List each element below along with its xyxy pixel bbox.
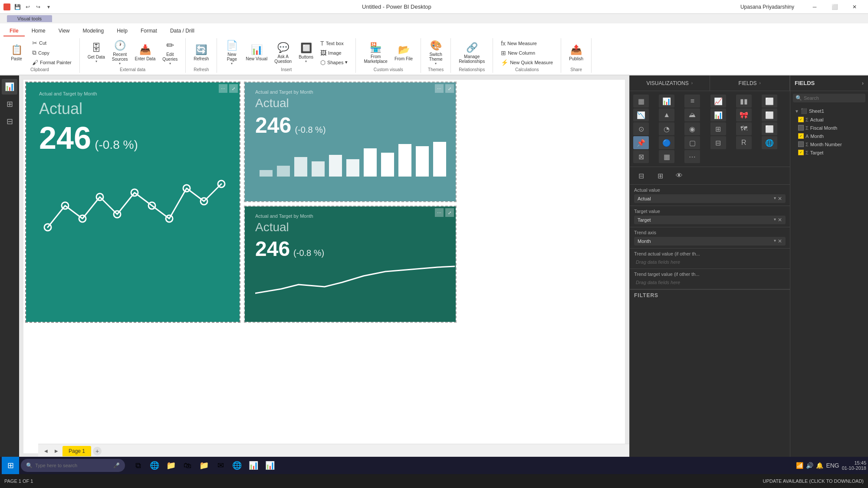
publish-button[interactable]: 📤 Publish	[566, 43, 586, 63]
tree-item-target[interactable]: ✓ Σ Target	[796, 148, 865, 157]
tree-item-actual[interactable]: ✓ Σ Actual	[796, 115, 865, 124]
visual-tools-tab[interactable]: Visual tools	[7, 15, 52, 22]
month-checkbox[interactable]: ✓	[798, 133, 804, 139]
get-data-button[interactable]: 🗄 Get Data ▾	[85, 41, 108, 65]
tree-item-fiscal-month[interactable]: Σ Fiscal Month	[796, 124, 865, 132]
target-checkbox[interactable]: ✓	[798, 150, 804, 155]
fields-search-input[interactable]	[804, 95, 864, 101]
actual-field-arrow[interactable]: ▾	[774, 196, 776, 202]
taskbar-powerbi[interactable]: 📊	[246, 458, 261, 473]
viz-matrix[interactable]: ⊠	[633, 150, 649, 163]
tab-data-drill[interactable]: Data / Drill	[164, 26, 201, 36]
viz-gauge[interactable]: 🔵	[659, 136, 674, 149]
taskbar-powerpoint[interactable]: 📊	[262, 458, 278, 473]
tree-sheet1[interactable]: ▼ ⬛ Sheet1	[793, 107, 865, 115]
chart3-expand-button[interactable]: ⤢	[445, 208, 454, 217]
new-column-button[interactable]: ⊞ New Column	[498, 49, 556, 57]
viz-clustered-column[interactable]: ▮▮	[736, 95, 752, 108]
taskbar-task-view[interactable]: ⧉	[130, 458, 146, 473]
ask-question-button[interactable]: 💬 Ask AQuestion	[272, 40, 294, 66]
trend-axis-arrow[interactable]: ▾	[774, 238, 776, 244]
fields-search-box[interactable]: 🔍	[793, 94, 865, 102]
trend-actual-placeholder[interactable]: Drag data fields here	[634, 258, 786, 266]
edit-queries-button[interactable]: ✏ EditQueries ▾	[160, 38, 180, 67]
chart-kpi-bar-2[interactable]: Actual and Target by Month Actual 246 (-…	[244, 82, 457, 202]
viz-kpi2[interactable]: R	[736, 136, 752, 149]
maximize-button[interactable]: ⬜	[825, 0, 845, 14]
viz-area[interactable]: ▲	[659, 108, 674, 121]
from-file-button[interactable]: 📂 From File	[392, 43, 415, 63]
tab-help[interactable]: Help	[111, 26, 134, 36]
new-quick-measure-button[interactable]: ⚡ New Quick Measure	[498, 58, 556, 67]
qa-dropdown[interactable]: ▾	[44, 3, 53, 11]
text-box-button[interactable]: T Text box	[318, 39, 350, 48]
tree-item-month[interactable]: ✓ A Month	[796, 132, 865, 140]
new-visual-button[interactable]: 📊 New Visual	[243, 43, 270, 63]
taskbar-edge[interactable]: 🌐	[147, 458, 162, 473]
redo-button[interactable]: ↪	[34, 3, 43, 11]
save-button[interactable]: 💾	[13, 3, 22, 11]
switch-theme-button[interactable]: 🎨 SwitchTheme ▾	[426, 38, 445, 67]
shapes-button[interactable]: ⬡ Shapes ▾	[318, 58, 350, 67]
chart1-expand-button[interactable]: ⤢	[229, 84, 238, 93]
viz-line-col[interactable]: 📊	[710, 108, 726, 121]
viz-line[interactable]: 📉	[633, 108, 649, 121]
taskbar-store[interactable]: 🛍	[180, 458, 195, 473]
viz-table[interactable]: 🌐	[762, 136, 777, 149]
taskbar-chrome[interactable]: 🌐	[229, 458, 245, 473]
tab-modeling[interactable]: Modeling	[76, 26, 110, 36]
tab-file[interactable]: File	[3, 26, 25, 36]
paste-button[interactable]: 📋 Paste	[5, 43, 28, 63]
viz-map[interactable]: 🗺	[736, 122, 752, 135]
cut-button[interactable]: ✂ Cut	[30, 39, 74, 47]
viz-treemap[interactable]: ⊞	[710, 122, 726, 135]
viz-donut[interactable]: ◉	[684, 122, 700, 135]
page-1-tab[interactable]: Page 1	[62, 446, 91, 456]
close-button[interactable]: ✕	[845, 0, 865, 14]
tab-format[interactable]: Format	[135, 26, 163, 36]
add-page-button[interactable]: +	[93, 447, 102, 455]
tab-home[interactable]: Home	[26, 26, 52, 36]
manage-relationships-button[interactable]: 🔗 ManageRelationships	[456, 40, 487, 66]
page-prev-button[interactable]: ◀	[42, 447, 50, 455]
trend-axis-pill[interactable]: Month ▾ ✕	[634, 237, 786, 246]
viz-stacked-bar[interactable]: ▦	[633, 95, 649, 108]
minimize-button[interactable]: ─	[805, 0, 825, 14]
actual-checkbox[interactable]: ✓	[798, 117, 804, 122]
trend-target-placeholder[interactable]: Drag data fields here	[634, 278, 786, 286]
viz-ribbon[interactable]: 🎀	[736, 108, 752, 121]
undo-button[interactable]: ↩	[23, 3, 32, 11]
viz-pie[interactable]: ◔	[659, 122, 674, 135]
from-marketplace-button[interactable]: 🏪 FromMarketplace	[361, 40, 390, 66]
viz-stacked-area[interactable]: ⛰	[684, 108, 700, 121]
copy-button[interactable]: ⧉ Copy	[30, 48, 74, 57]
chart-kpi-line-3[interactable]: Actual and Target by Month Actual 246 (-…	[244, 206, 457, 323]
viz-100pct-bar[interactable]: ≡	[684, 95, 700, 108]
chart3-more-button[interactable]: ⋯	[435, 208, 444, 217]
tab-view[interactable]: View	[53, 26, 76, 36]
viz-filled-map[interactable]: ⬜	[762, 122, 777, 135]
viz-stacked-column[interactable]: 📈	[710, 95, 726, 108]
chart2-expand-button[interactable]: ⤢	[445, 84, 454, 93]
sidebar-report-view[interactable]: 📊	[2, 79, 17, 95]
taskbar-explorer[interactable]: 📁	[163, 458, 179, 473]
sidebar-data-view[interactable]: ⊞	[2, 96, 17, 112]
chart-kpi-line-1[interactable]: Actual and Target by Month Actual 246 (-…	[25, 82, 240, 323]
viz-format-button[interactable]: ⊟	[633, 169, 649, 183]
update-message[interactable]: UPDATE AVAILABLE (CLICK TO DOWNLOAD)	[763, 478, 864, 484]
viz-more[interactable]: ⋯	[684, 150, 700, 163]
viz-card[interactable]: ▢	[684, 136, 700, 149]
refresh-button[interactable]: 🔄 Refresh	[191, 43, 211, 63]
new-measure-button[interactable]: fx New Measure	[498, 39, 556, 48]
sidebar-model-view[interactable]: ⊟	[2, 114, 17, 129]
viz-analytics-button[interactable]: ⊞	[652, 169, 668, 183]
visualizations-tab[interactable]: VISUALIZATIONS ›	[630, 75, 710, 91]
image-button[interactable]: 🖼 Image	[318, 49, 350, 57]
viz-100pct-column[interactable]: ⬜	[762, 95, 777, 108]
start-button[interactable]: ⊞	[2, 457, 19, 474]
buttons-button[interactable]: 🔲 Buttons ▾	[296, 41, 316, 65]
tree-item-month-number[interactable]: Σ Month Number	[796, 140, 865, 148]
actual-field-remove[interactable]: ✕	[778, 196, 782, 202]
taskbar-mail[interactable]: ✉	[213, 458, 228, 473]
taskbar-search-input[interactable]	[35, 463, 111, 468]
